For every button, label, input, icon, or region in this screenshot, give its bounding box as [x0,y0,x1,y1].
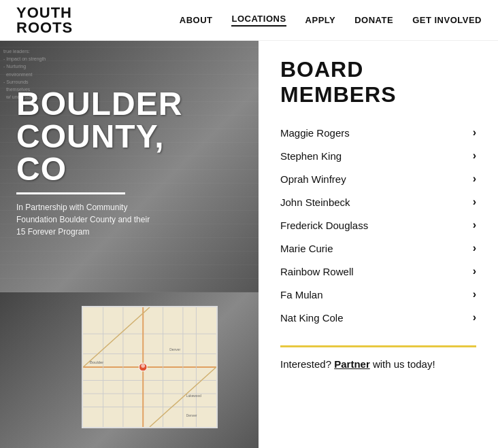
partner-link[interactable]: Partner [334,358,370,370]
right-panel: BOARD MEMBERS Maggie Rogers › Stephen Ki… [259,41,498,448]
list-item[interactable]: Frederick Douglass › [280,213,476,237]
main-content: true leaders: - Impact on strength - Nur… [0,41,498,448]
map-section: Boulder Denver Lakewood Denver [0,292,259,448]
chevron-icon: › [473,288,476,300]
partner-text-before: Interested? [280,358,334,370]
chevron-icon: › [473,196,476,208]
member-name: Fa Mulan [280,289,323,300]
location-title: BOULDER COUNTY, CO [16,88,182,186]
map-thumbnail[interactable]: Boulder Denver Lakewood Denver [82,306,218,428]
map-roads-svg: Boulder Denver Lakewood Denver [83,307,216,427]
chevron-icon: › [473,242,476,254]
partner-text: Interested? Partner with us today! [280,358,476,370]
chevron-icon: › [473,311,476,324]
member-name: Rainbow Rowell [280,266,354,277]
svg-text:Boulder: Boulder [90,360,103,364]
location-overlay: BOULDER COUNTY, CO In Partnership with C… [16,88,182,238]
member-name: John Steinbeck [280,196,350,208]
list-item[interactable]: John Steinbeck › [280,190,476,213]
list-item[interactable]: Rainbow Rowell › [280,260,476,283]
hero-image: true leaders: - Impact on strength - Nur… [0,41,259,292]
left-panel: true leaders: - Impact on strength - Nur… [0,41,259,448]
nav-donate[interactable]: DONATE [354,15,393,25]
navigation: ABOUT LOCATIONS APPLY DONATE GET INVOLVE… [180,14,482,27]
logo-line1: YOUTH [16,5,73,20]
member-name: Nat King Cole [280,312,344,324]
member-name: Maggie Rogers [280,127,350,139]
location-description: In Partnership with Community Foundation… [16,201,152,238]
svg-text:Denver: Denver [186,414,197,417]
board-title: BOARD MEMBERS [280,57,476,107]
chevron-icon: › [473,219,476,231]
list-item[interactable]: Oprah Winfrey › [280,167,476,190]
member-name: Oprah Winfrey [280,173,346,185]
list-item[interactable]: Stephen King › [280,144,476,167]
member-name: Stephen King [280,150,342,162]
list-item[interactable]: Fa Mulan › [280,283,476,306]
member-name: Marie Curie [280,243,333,254]
member-name: Frederick Douglass [280,220,368,231]
header: YOUTH ROOTS ABOUT LOCATIONS APPLY DONATE… [0,0,498,41]
location-divider [16,192,125,194]
list-item[interactable]: Marie Curie › [280,237,476,260]
svg-point-16 [141,364,145,368]
list-item[interactable]: Nat King Cole › [280,306,476,329]
board-members-list: Maggie Rogers › Stephen King › Oprah Win… [280,121,476,329]
svg-text:Denver: Denver [169,348,180,351]
partner-section: Interested? Partner with us today! [280,345,476,370]
partner-text-after: with us today! [370,358,435,370]
nav-get-involved[interactable]: GET INVOLVED [412,15,482,25]
chevron-icon: › [473,173,476,185]
logo-line2: ROOTS [16,20,73,35]
nav-about[interactable]: ABOUT [180,15,213,25]
nav-locations[interactable]: LOCATIONS [231,14,286,27]
chevron-icon: › [473,265,476,277]
map-background: Boulder Denver Lakewood Denver [83,307,216,427]
list-item[interactable]: Maggie Rogers › [280,121,476,144]
svg-text:Lakewood: Lakewood [186,394,202,398]
logo[interactable]: YOUTH ROOTS [16,5,73,35]
chevron-icon: › [473,126,476,139]
chevron-icon: › [473,150,476,162]
nav-apply[interactable]: APPLY [305,15,336,25]
